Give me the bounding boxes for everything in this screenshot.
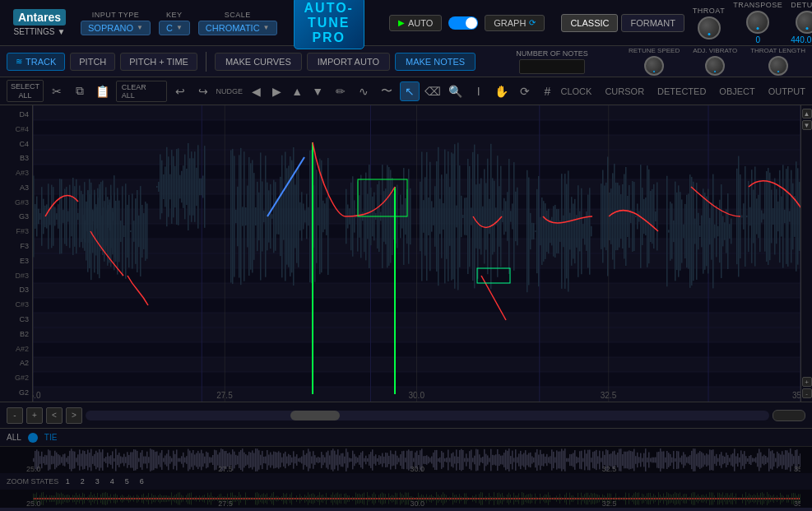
pitch-label-A3: A3 [3,182,29,193]
clear-all-button[interactable]: CLEAR ALL [116,81,167,102]
zoom-tool[interactable]: 🔍 [446,81,466,101]
zoom-3[interactable]: 3 [91,477,103,485]
toolbar: SELECTALL ✂ ⧉ 📋 CLEAR ALL ↩ ↪ NUDGE ◀ ▶ … [0,77,812,105]
make-curves-button[interactable]: MAKE CURVES [215,53,302,71]
transpose-value: 0 [755,35,760,44]
toolbar-left: SELECTALL ✂ ⧉ 📋 CLEAR ALL ↩ ↪ NUDGE ◀ ▶ … [7,80,558,103]
status-row: CLOCK CURSOR DETECTED OBJECT OUTPUT [561,86,806,96]
select-all-button[interactable]: SELECTALL [7,80,44,103]
nudge-down-tool[interactable]: ▼ [308,81,327,101]
pitch-label-G#3: G#3 [3,197,29,208]
graph-button[interactable]: GRAPH ⟳ [485,15,545,31]
waveform-canvas[interactable] [0,447,800,473]
pitch-label-D4: D4 [3,109,29,120]
throat-group: THROAT [693,7,725,39]
pitch-label-D#3: D#3 [3,270,29,281]
classic-formant-group: CLASSIC FORMANT [561,14,684,32]
redo-tool[interactable]: ↪ [193,81,213,101]
classic-button[interactable]: CLASSIC [561,14,618,32]
zoom-out-button[interactable]: - [802,388,812,398]
autotune-title: AUTO-TUNE PRO [304,1,354,45]
logo-area: Antares SETTINGS ▼ [7,9,72,36]
all-label: ALL [7,433,21,442]
auto-graph-toggle[interactable] [448,16,478,30]
autotune-logo: AUTO-TUNE PRO [294,0,364,49]
main-canvas[interactable] [33,105,800,402]
scale-select[interactable]: CHROMATIC ▼ [198,21,277,35]
scale-label: SCALE [225,11,251,19]
retune-speed-group: RETUNE SPEED [629,47,680,76]
transpose-label: TRANSPOSE [733,1,782,9]
cut-tool[interactable]: ✂ [47,81,67,101]
scale-group: SCALE CHROMATIC ▼ [198,11,277,35]
nudge-right-tool[interactable]: ▶ [267,81,286,101]
throat-knob[interactable] [698,16,721,39]
pitch-label-B3: B3 [3,152,29,164]
copy-tool[interactable]: ⧉ [70,81,90,101]
zoom-2[interactable]: 2 [77,477,88,485]
zoom-in-button[interactable]: + [802,377,812,387]
tab-pitch-time[interactable]: PITCH + TIME [120,53,197,71]
input-type-label: INPUT TYPE [92,11,140,19]
text-tool[interactable]: I [469,81,489,101]
transpose-group: TRANSPOSE 0 [733,1,782,44]
zoom-5[interactable]: 5 [121,477,132,485]
import-auto-button[interactable]: IMPORT AUTO [307,53,390,71]
piano-roll[interactable] [33,105,800,402]
pencil-draw-tool[interactable]: ✏ [331,81,350,101]
scroll-down-button[interactable]: ▼ [802,120,812,130]
scroll-plus-button[interactable]: + [26,407,43,424]
auto-button[interactable]: ▶ AUTO [389,15,442,31]
grid-tool[interactable]: # [538,81,558,101]
retune-speed-knob[interactable] [644,56,664,76]
nudge-left-tool[interactable]: ◀ [246,81,266,101]
transpose-knob[interactable] [746,11,769,34]
scroll-area: - + < > [0,402,812,428]
chevron-down-icon: ▼ [176,24,183,31]
scrollbar-track[interactable] [86,411,769,420]
pitch-label-G3: G3 [3,211,29,222]
pitch-label-D3: D3 [3,284,29,295]
throat-length-knob[interactable] [768,56,788,76]
nudge-up-tool[interactable]: ▲ [287,81,307,101]
scroll-forward-button[interactable]: > [66,407,82,424]
key-select[interactable]: C ▼ [159,21,190,35]
rotate-tool[interactable]: ⟳ [515,81,535,101]
detune-knob[interactable] [796,11,812,34]
detune-label: DETUNE [791,1,812,9]
zoom-canvas[interactable] [0,490,800,508]
zoom-label: ZOOM STATES [7,477,58,485]
scroll-back-button[interactable]: < [46,407,63,424]
hand-tool[interactable]: ✋ [492,81,512,101]
paste-tool[interactable]: 📋 [93,81,113,101]
throat-length-label: THROAT LENGTH [750,47,805,54]
wave-tool[interactable]: 〜 [377,81,397,101]
formant-button[interactable]: FORMANT [621,14,684,32]
make-notes-button[interactable]: MAKE NOTES [395,53,476,71]
vertical-scroll: ▲ ▼ + - [800,105,812,402]
zoom-track-area[interactable] [0,490,812,508]
scroll-minus-button[interactable]: - [7,407,23,424]
zoom-1[interactable]: 1 [62,477,73,485]
zoom-states-area: ZOOM STATES 1 2 3 4 5 6 [0,473,812,490]
throat-label: THROAT [693,7,725,15]
scroll-up-button[interactable]: ▲ [802,109,812,118]
tab-pitch[interactable]: PITCH [70,53,115,71]
undo-tool[interactable]: ↩ [170,81,190,101]
pitch-label-G#2: G#2 [3,372,29,383]
scrollbar-thumb[interactable] [290,411,340,420]
detune-value: 440.0 Hz [791,35,812,44]
zoom-4[interactable]: 4 [106,477,118,485]
throat-length-group: THROAT LENGTH [750,47,805,76]
adj-vibrato-knob[interactable] [705,56,725,76]
eraser-tool[interactable]: ⌫ [423,81,443,101]
pitch-label-F#3: F#3 [3,225,29,237]
input-type-select[interactable]: SOPRANO ▼ [81,21,151,35]
select-tool[interactable]: ↖ [400,81,420,101]
waveform-canvas-area[interactable] [0,447,812,473]
settings-button[interactable]: SETTINGS ▼ [14,27,66,36]
pitch-label-C#3: C#3 [3,299,29,310]
curve-tool[interactable]: ∿ [354,81,374,101]
zoom-6[interactable]: 6 [136,477,147,485]
tab-track[interactable]: ≋ TRACK [7,53,65,71]
